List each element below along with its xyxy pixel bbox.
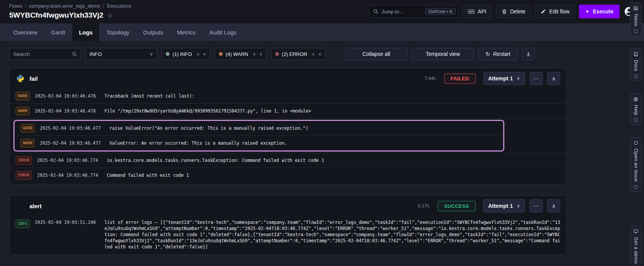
log-message: ValueError: An error occurred: This is a… bbox=[109, 140, 287, 146]
rail-help-button[interactable]: Help bbox=[630, 93, 642, 125]
warn-dot-icon bbox=[219, 52, 223, 56]
log-row: INFO 2025-02-04 19:03:51.240 list of err… bbox=[10, 216, 566, 253]
external-link-icon bbox=[634, 185, 637, 189]
issue-icon bbox=[633, 140, 638, 145]
log-row: WARN 2025-02-04 19:03:46.477 raise Value… bbox=[15, 121, 503, 135]
rail-open-issue-button[interactable]: Open an issue bbox=[630, 137, 642, 191]
execution-tabs: Overview Gantt Logs Topology Outputs Met… bbox=[0, 23, 644, 41]
rail-label: Get a demo bbox=[633, 237, 639, 264]
tab-outputs[interactable]: Outputs bbox=[137, 23, 170, 41]
attempt-select[interactable]: Attempt 1 ∨ bbox=[483, 72, 525, 85]
log-timestamp: 2025-02-04 19:03:51.240 bbox=[35, 219, 99, 225]
highlight-box: WARN 2025-02-04 19:03:46.477 raise Value… bbox=[13, 120, 504, 152]
task-header: fail 7.44s FAILED Attempt 1 ∨ ⋯ ∧ bbox=[10, 68, 566, 89]
log-timestamp: 2025-02-04 19:03:46.477 bbox=[40, 140, 104, 146]
chevron-down-icon: ∨ bbox=[517, 203, 520, 209]
breadcrumb-separator: / bbox=[25, 3, 26, 9]
tab-metrics[interactable]: Metrics bbox=[171, 23, 202, 41]
log-level-badge: WARN bbox=[16, 92, 29, 100]
log-row: WARN 2025-02-04 19:03:46.476 Traceback (… bbox=[10, 89, 566, 103]
task-duration: 7.44s bbox=[424, 76, 435, 81]
temporal-view-button[interactable]: Temporal view bbox=[412, 48, 474, 60]
tab-audit-logs[interactable]: Audit Logs bbox=[203, 23, 243, 41]
lightning-icon bbox=[585, 9, 590, 14]
main-content: INFO ∨ (1) INFO ∧∨ (4) WARN ∧∨ (2) ERROR… bbox=[0, 41, 644, 266]
task-name: fail bbox=[29, 75, 38, 82]
sort-up-icon[interactable]: ∧ bbox=[312, 52, 315, 57]
status-badge: FAILED bbox=[444, 73, 476, 84]
chevron-down-icon: ∨ bbox=[150, 51, 153, 57]
rail-news-button[interactable]: News bbox=[630, 2, 642, 36]
log-row: ERROR 2025-02-04 19:03:46.774 io.kestra.… bbox=[10, 153, 566, 168]
favorite-star-icon[interactable]: ☆ bbox=[107, 12, 112, 19]
rail-docs-button[interactable]: Docs bbox=[630, 48, 642, 81]
level-filter-value: INFO bbox=[90, 51, 102, 57]
level-chip-error[interactable]: (2) ERROR ∧∨ bbox=[271, 48, 326, 60]
download-button[interactable] bbox=[522, 48, 535, 60]
tab-logs[interactable]: Logs bbox=[72, 23, 99, 41]
pencil-icon bbox=[541, 9, 546, 14]
log-level-badge: INFO bbox=[16, 220, 29, 228]
edit-flow-button[interactable]: Edit flow bbox=[535, 5, 575, 18]
status-badge: SUCCESS bbox=[438, 201, 476, 211]
tab-gantt[interactable]: Gantt bbox=[45, 23, 72, 41]
more-options-button[interactable]: ⋯ bbox=[530, 72, 543, 85]
log-timestamp: 2025-02-04 19:03:46.774 bbox=[37, 157, 101, 163]
log-message: io.kestra.core.models.tasks.runners.Task… bbox=[107, 157, 324, 163]
chevron-down-icon[interactable]: ∨ bbox=[203, 52, 206, 57]
breadcrumb-item-executions[interactable]: Executions bbox=[107, 3, 131, 9]
log-row: WARN 2025-02-04 19:03:46.476 File "/tmp/… bbox=[10, 103, 566, 118]
level-chip-warn[interactable]: (4) WARN ∧∨ bbox=[215, 48, 267, 60]
page-title: 5WYBCfn4fwgwuYlxh33Vj2 bbox=[9, 11, 103, 20]
trash-icon bbox=[502, 9, 507, 15]
chevron-down-icon[interactable]: ∨ bbox=[318, 52, 321, 57]
error-dot-icon bbox=[275, 52, 279, 56]
task-duration: 0.17s bbox=[418, 203, 429, 209]
execute-button[interactable]: Execute bbox=[579, 5, 620, 18]
log-search bbox=[9, 48, 81, 60]
log-message: raise ValueError("An error occurred: Thi… bbox=[109, 125, 308, 131]
more-options-button[interactable]: ⋯ bbox=[530, 199, 543, 212]
tab-overview[interactable]: Overview bbox=[7, 23, 44, 41]
log-level-badge: WARN bbox=[16, 107, 29, 115]
log-level-badge: ERROR bbox=[16, 171, 32, 180]
tab-topology[interactable]: Topology bbox=[100, 23, 136, 41]
log-level-badge: WARN bbox=[21, 139, 34, 147]
task-header: alert 0.17s SUCCESS Attempt 1 ∨ ⋯ ∧ bbox=[10, 196, 566, 216]
sort-up-icon[interactable]: ∧ bbox=[197, 52, 200, 57]
delete-button[interactable]: Delete bbox=[496, 5, 531, 18]
log-message: Traceback (most recent call last): bbox=[104, 93, 194, 99]
top-bar-actions: Jump to... Ctrl/Cmd + K API API Delete E… bbox=[369, 5, 635, 18]
log-message: File "/tmp/29xtNw9O5ryarUsByAAKkQ/993099… bbox=[104, 108, 311, 114]
external-link-icon bbox=[634, 29, 637, 33]
level-chip-info[interactable]: (1) INFO ∧∨ bbox=[161, 48, 210, 60]
top-bar-left: Flows / company.team.error_logs_demo / E… bbox=[9, 2, 131, 20]
keyboard-shortcut: Ctrl/Cmd + K bbox=[425, 8, 455, 15]
log-timestamp: 2025-02-04 19:03:46.476 bbox=[35, 108, 99, 114]
level-filter-select[interactable]: INFO ∨ bbox=[85, 48, 157, 60]
docs-icon bbox=[633, 52, 638, 57]
log-message: Command failed with exit code 1 bbox=[107, 172, 189, 178]
log-row: WARN 2025-02-04 19:03:46.477 ValueError:… bbox=[15, 135, 503, 150]
sort-up-icon[interactable]: ∧ bbox=[253, 52, 256, 57]
chevron-down-icon: ∨ bbox=[517, 76, 520, 81]
task-card-fail: fail 7.44s FAILED Attempt 1 ∨ ⋯ ∧ WARN 2… bbox=[9, 68, 567, 184]
api-button[interactable]: API API bbox=[462, 5, 492, 18]
chevron-down-icon[interactable]: ∨ bbox=[259, 52, 262, 57]
external-link-icon bbox=[634, 75, 637, 78]
jump-to-search[interactable]: Jump to... Ctrl/Cmd + K bbox=[369, 5, 458, 18]
restart-button[interactable]: ↻ Restart bbox=[478, 48, 518, 60]
search-input[interactable] bbox=[13, 51, 67, 57]
task-icon-placeholder bbox=[16, 201, 25, 211]
news-icon bbox=[633, 6, 638, 11]
collapse-all-button[interactable]: Collapse all bbox=[345, 48, 407, 60]
rail-get-demo-button[interactable]: Get a demo bbox=[630, 225, 642, 266]
search-icon bbox=[72, 52, 77, 57]
collapse-button[interactable]: ∧ bbox=[547, 72, 560, 85]
breadcrumb-item-namespace[interactable]: company.team.error_logs_demo bbox=[29, 3, 100, 9]
breadcrumb-item-flows[interactable]: Flows bbox=[9, 3, 22, 9]
collapse-button[interactable]: ∧ bbox=[547, 199, 560, 212]
rail-label: Open an issue bbox=[633, 149, 639, 182]
right-rail: News Docs Help Open an issue Get a demo bbox=[630, 2, 642, 266]
attempt-select[interactable]: Attempt 1 ∨ bbox=[483, 199, 525, 212]
